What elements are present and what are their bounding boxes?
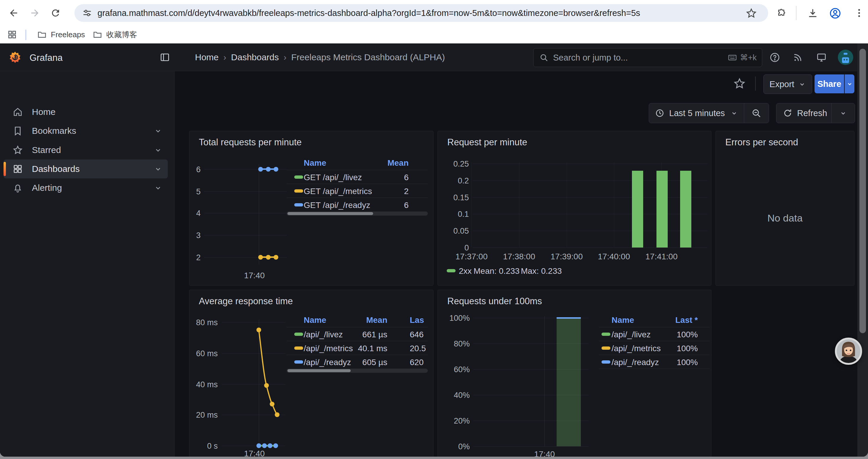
panel-total-requests[interactable]: Total requests per minute 6 5 4 3 2	[189, 131, 433, 286]
news-button[interactable]	[793, 52, 803, 63]
y-tick: 100%	[438, 314, 470, 323]
series-color-pill[interactable]	[294, 360, 303, 364]
sidebar-item-bookmarks[interactable]: Bookmarks	[4, 121, 168, 140]
series-color-pill[interactable]	[294, 347, 303, 350]
legend-mean-value: 6	[358, 201, 409, 210]
sidebar-item-alerting[interactable]: Alerting	[4, 178, 168, 197]
chevron-down-icon[interactable]	[154, 126, 162, 135]
gridline	[204, 235, 287, 235]
sidebar-item-starred[interactable]: Starred	[4, 140, 168, 160]
help-button[interactable]	[769, 52, 780, 63]
refresh-interval-button[interactable]	[832, 109, 855, 117]
grafana-sidebar: Home Bookmarks Starred	[0, 71, 175, 457]
kebab-menu-icon	[854, 8, 864, 18]
refresh-button[interactable]: Refresh	[776, 103, 855, 123]
gridline	[471, 162, 472, 248]
search-input[interactable]: Search or jump to... ⌘+k	[533, 48, 762, 67]
favorite-dashboard-button[interactable]	[733, 77, 746, 90]
export-label: Export	[770, 79, 795, 89]
mega-menu-toggle[interactable]	[159, 52, 170, 63]
legend-series-name[interactable]: 2xx	[459, 266, 472, 276]
series-color-pill[interactable]	[294, 189, 303, 193]
address-bar[interactable]: grafana.mathmast.com/d/deytv4rwavabkb/fr…	[74, 4, 768, 22]
assistant-avatar[interactable]	[835, 338, 862, 365]
series-color-pill[interactable]	[601, 333, 610, 336]
star-icon	[746, 8, 757, 19]
share-menu-button[interactable]	[845, 74, 855, 93]
time-range-picker[interactable]: Last 5 minutes	[649, 103, 769, 123]
bookmark-folder-freeleaps[interactable]: Freeleaps	[33, 28, 89, 41]
url-text[interactable]: grafana.mathmast.com/d/deytv4rwavabkb/fr…	[97, 8, 640, 18]
bar-under-100ms	[557, 319, 581, 446]
grafana-app: Grafana Home › Dashboards › Freeleaps Me…	[0, 43, 868, 457]
bookmark-star-button[interactable]	[746, 8, 757, 19]
breadcrumb-current: Freeleaps Metrics Dashboard (ALPHA)	[291, 52, 445, 62]
downloads-button[interactable]	[807, 8, 818, 19]
legend-col-mean[interactable]: Mean	[358, 158, 409, 168]
series-color-pill[interactable]	[601, 360, 610, 364]
refresh-label: Refresh	[797, 108, 827, 118]
gridline	[473, 214, 707, 214]
zoom-out-button[interactable]	[744, 108, 769, 118]
browser-toolbar: grafana.mathmast.com/d/deytv4rwavabkb/fr…	[0, 0, 868, 26]
legend-col-name[interactable]: Name	[304, 316, 326, 325]
chevron-down-icon[interactable]	[154, 184, 162, 192]
data-point	[274, 255, 278, 260]
bookmark-folder-blogs[interactable]: 收藏博客	[89, 28, 141, 41]
extensions-button[interactable]	[776, 8, 787, 19]
legend-scrollbar-thumb[interactable]	[287, 212, 373, 215]
series-color-pill[interactable]	[601, 347, 610, 350]
x-tick: 17:40	[238, 271, 271, 280]
legend-col-mean[interactable]: Mean	[337, 316, 387, 325]
panel-request-per-minute[interactable]: Request per minute 0.25 0.2 0.15 0.1 0.0…	[438, 131, 711, 286]
breadcrumb-home[interactable]: Home	[195, 52, 219, 62]
time-range-label: Last 5 minutes	[669, 108, 725, 118]
gridline-17-40	[259, 164, 259, 265]
share-button[interactable]: Share	[814, 74, 844, 93]
chevron-down-icon[interactable]	[154, 165, 162, 173]
series-color-pill[interactable]	[294, 333, 303, 336]
y-tick: 4	[189, 209, 200, 218]
legend-scrollbar[interactable]	[286, 369, 428, 373]
gridline	[204, 191, 287, 192]
breadcrumb-dashboards[interactable]: Dashboards	[231, 52, 279, 62]
panel-avg-response-time[interactable]: Average response time 80 ms 60 ms 40 ms …	[189, 290, 433, 457]
profile-button[interactable]	[829, 7, 841, 20]
legend-col-last[interactable]: Las	[410, 316, 424, 325]
sidebar-item-dashboards[interactable]: Dashboards	[4, 160, 168, 178]
forward-button[interactable]	[30, 8, 40, 18]
grafana-logo[interactable]	[9, 51, 21, 64]
series-color-pill[interactable]	[294, 203, 303, 206]
reload-button[interactable]	[50, 8, 61, 18]
user-avatar[interactable]	[838, 50, 853, 65]
bookmark-label: Freeleaps	[51, 30, 85, 39]
legend-scrollbar[interactable]	[286, 211, 428, 216]
export-button[interactable]: Export	[764, 74, 812, 94]
browser-menu-button[interactable]	[854, 8, 864, 18]
legend-col-name[interactable]: Name	[304, 158, 326, 168]
grafana-header: Grafana Home › Dashboards › Freeleaps Me…	[0, 43, 868, 71]
legend-mean-value: 2	[358, 187, 409, 196]
series-color-pill[interactable]	[447, 269, 456, 272]
reload-icon	[50, 8, 61, 18]
gridline	[473, 197, 707, 198]
sidebar-item-home[interactable]: Home	[4, 102, 168, 121]
gridline	[473, 231, 707, 231]
page-scrollbar-thumb[interactable]	[860, 49, 866, 333]
gridline-17-40	[545, 316, 545, 446]
legend-scrollbar-thumb[interactable]	[287, 369, 351, 372]
panel-requests-under-100ms[interactable]: Requests under 100ms 100% 80% 60% 40% 20…	[438, 290, 711, 457]
back-button[interactable]	[8, 8, 19, 18]
series-color-pill[interactable]	[294, 175, 303, 179]
apps-grid-button[interactable]	[7, 30, 17, 40]
y-tick: 0.15	[438, 193, 469, 202]
legend-col-last[interactable]: Last *	[645, 316, 698, 325]
site-settings-icon[interactable]	[82, 8, 92, 18]
panel-errors-per-second[interactable]: Errors per second No data	[716, 131, 855, 286]
x-tick: 17:40	[528, 450, 561, 457]
legend-col-name[interactable]: Name	[612, 316, 634, 325]
screen-button[interactable]	[816, 52, 827, 63]
download-icon	[807, 8, 818, 19]
chevron-down-icon[interactable]	[154, 145, 162, 155]
legend-series-name[interactable]: GET /api/_/livez	[304, 173, 362, 182]
